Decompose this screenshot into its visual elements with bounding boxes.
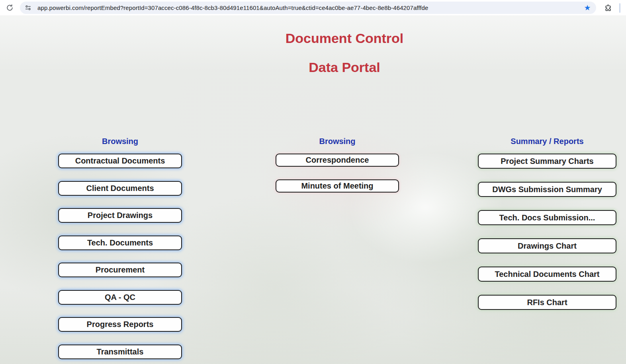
button-contractual-documents[interactable]: Contractual Documents [58, 154, 182, 168]
reload-button[interactable] [3, 2, 16, 14]
column-browsing-correspondence: Browsing Correspondence Minutes of Meeti… [276, 137, 399, 205]
button-dwgs-submission-summary[interactable]: DWGs Submission Summary [478, 182, 616, 197]
button-tech-documents[interactable]: Tech. Documents [58, 236, 182, 250]
button-project-summary-charts[interactable]: Project Summary Charts [478, 154, 616, 169]
button-correspondence[interactable]: Correspondence [276, 154, 399, 167]
page-title-line1: Document Control [286, 31, 404, 46]
browser-toolbar: app.powerbi.com/reportEmbed?reportId=307… [0, 0, 626, 16]
button-technical-documents-chart[interactable]: Technical Documents Chart [478, 267, 616, 282]
button-rfis-chart[interactable]: RFIs Chart [478, 295, 616, 310]
site-settings-icon [25, 4, 31, 11]
column-header-summary-reports: Summary / Reports [478, 137, 616, 146]
address-bar[interactable]: app.powerbi.com/reportEmbed?reportId=307… [20, 2, 596, 14]
button-transmittals[interactable]: Transmittals [58, 345, 182, 359]
column-summary-reports: Summary / Reports Project Summary Charts… [478, 137, 616, 323]
button-minutes-of-meeting[interactable]: Minutes of Meeting [276, 179, 399, 193]
button-client-documents[interactable]: Client Documents [58, 181, 182, 196]
button-tech-docs-submission[interactable]: Tech. Docs Submission... [478, 210, 616, 225]
toolbar-divider [619, 3, 620, 13]
url-text[interactable]: app.powerbi.com/reportEmbed?reportId=307… [37, 4, 582, 11]
reload-icon [6, 4, 14, 12]
column-header-browsing-left: Browsing [58, 137, 182, 146]
report-viewport: Document Control Data Portal Browsing Co… [0, 16, 626, 364]
column-header-browsing-middle: Browsing [276, 137, 399, 146]
extensions-button[interactable] [602, 2, 614, 14]
button-progress-reports[interactable]: Progress Reports [58, 317, 182, 332]
button-procurement[interactable]: Procurement [58, 263, 182, 277]
button-project-drawings[interactable]: Project Drawings [58, 208, 182, 223]
button-drawings-chart[interactable]: Drawings Chart [478, 238, 616, 253]
site-settings-button[interactable] [22, 2, 33, 14]
button-qa-qc[interactable]: QA - QC [58, 290, 182, 305]
column-browsing-documents: Browsing Contractual Documents Client Do… [58, 137, 182, 364]
page-title-line2: Data Portal [309, 60, 380, 75]
extensions-icon [604, 4, 612, 12]
bookmark-star-icon[interactable]: ★ [582, 2, 593, 14]
